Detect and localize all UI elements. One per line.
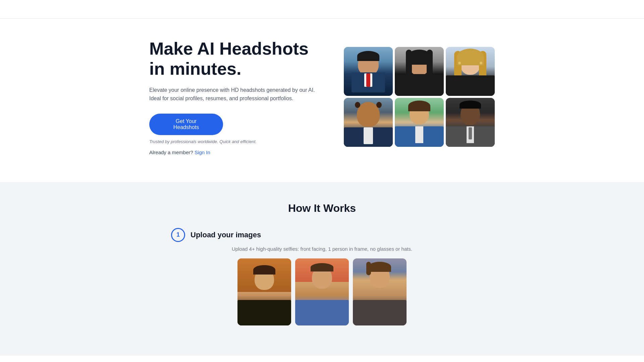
signin-text: Already a member? Sign In [149, 149, 317, 155]
portrait-6 [446, 98, 495, 147]
headshot-photo-5 [395, 98, 444, 147]
selfie-photo-1 [237, 258, 291, 325]
headshot-photo-4 [344, 98, 393, 147]
nav-bar [0, 0, 644, 19]
portrait-3 [446, 47, 495, 96]
hero-section: Make AI Headshots in minutes. Elevate yo… [87, 19, 557, 182]
hero-subtitle: Elevate your online presence with HD hea… [149, 86, 317, 103]
headshot-photo-2 [395, 47, 444, 96]
how-it-works-title: How It Works [171, 202, 473, 215]
step-1-title: Upload your images [191, 231, 261, 239]
step-1-description: Upload 4+ high-quality selfies: front fa… [171, 246, 473, 252]
how-it-works-section: How It Works 1 Upload your images Upload… [0, 182, 644, 356]
signin-prefix: Already a member? [149, 149, 193, 155]
portrait-1 [344, 47, 393, 96]
selfie-photo-2 [295, 258, 349, 325]
portrait-2 [395, 47, 444, 96]
hero-left: Make AI Headshots in minutes. Elevate yo… [149, 39, 317, 155]
photo-grid [344, 47, 495, 147]
headshot-photo-3 [446, 47, 495, 96]
step-1-photos [171, 258, 473, 325]
hero-title: Make AI Headshots in minutes. [149, 39, 317, 79]
portrait-4 [344, 98, 393, 147]
step-1: 1 Upload your images Upload 4+ high-qual… [171, 228, 473, 325]
step-1-header: 1 Upload your images [171, 228, 473, 242]
get-headshots-button[interactable]: Get Your Headshots [149, 114, 223, 135]
trusted-text: Trusted by professionals worldwide. Quic… [149, 139, 317, 144]
signin-link[interactable]: Sign In [195, 149, 210, 155]
headshot-photo-1 [344, 47, 393, 96]
headshot-photo-6 [446, 98, 495, 147]
selfie-photo-3 [353, 258, 407, 325]
how-inner: How It Works 1 Upload your images Upload… [171, 202, 473, 325]
step-1-number: 1 [171, 228, 185, 242]
hero-photo-grid-container [344, 47, 495, 147]
portrait-5 [395, 98, 444, 147]
